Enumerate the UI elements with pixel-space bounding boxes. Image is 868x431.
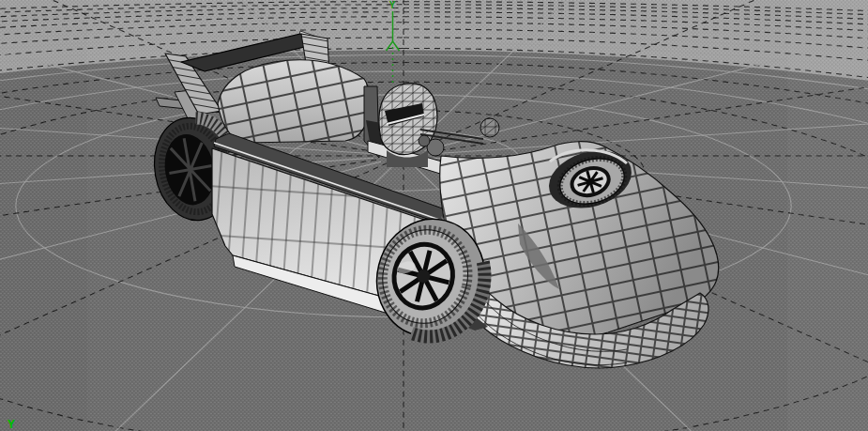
y-axis-top-label: Y — [389, 0, 396, 11]
steering-hub — [419, 135, 430, 146]
viewport-canvas[interactable]: Y — [0, 0, 868, 431]
viewport-axis-label: Y — [8, 417, 15, 431]
viewport-3d[interactable]: Y — [0, 0, 868, 431]
